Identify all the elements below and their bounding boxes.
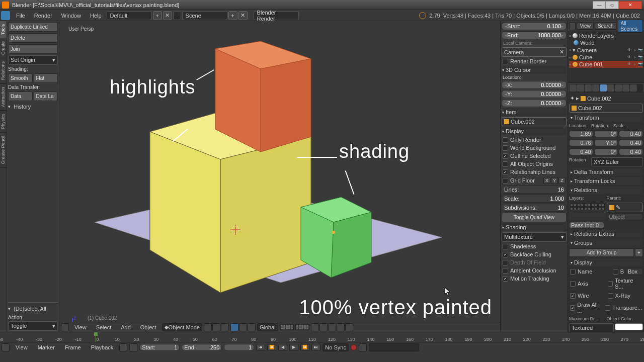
data-button[interactable]: Data bbox=[8, 92, 33, 101]
tl-preview-icon[interactable] bbox=[129, 343, 137, 351]
3d-viewport[interactable]: User Persp highlights shading 100% vert bbox=[59, 21, 500, 332]
rot-x-field[interactable]: 0° bbox=[594, 130, 618, 137]
wire-checkbox[interactable] bbox=[570, 293, 576, 299]
prop-display-header[interactable]: Display bbox=[569, 258, 643, 266]
max-drawtype-dropdown[interactable]: Textured bbox=[569, 323, 614, 332]
grid-floor-checkbox[interactable] bbox=[503, 178, 508, 184]
manipulator-scale-icon[interactable] bbox=[248, 323, 256, 331]
end-field[interactable]: ◂End:1000.000▸ bbox=[502, 31, 567, 39]
layers-widget-2[interactable] bbox=[295, 324, 309, 330]
tooltab-physics[interactable]: Physics bbox=[0, 111, 7, 133]
vp-menu-view[interactable]: View bbox=[70, 323, 91, 332]
delete-button[interactable]: Delete bbox=[8, 33, 58, 43]
outliner-type-icon[interactable] bbox=[569, 22, 576, 30]
outliner-filter-dropdown[interactable]: All Scenes bbox=[618, 20, 643, 33]
outliner-cube[interactable]: ◦ Cube👁▹📷 bbox=[569, 54, 643, 61]
xray-checkbox[interactable] bbox=[608, 293, 613, 299]
delete-scene-button[interactable]: ✕ bbox=[238, 11, 248, 20]
pass-index-field[interactable]: Pass Ind: 0 bbox=[569, 222, 604, 229]
shading-solid-icon[interactable] bbox=[204, 323, 212, 331]
axis-checkbox[interactable] bbox=[570, 281, 576, 287]
delta-transform-header[interactable]: Delta Transform bbox=[569, 168, 643, 176]
close-button[interactable]: ✕ bbox=[619, 1, 642, 9]
grid-x-toggle[interactable]: X bbox=[543, 177, 550, 184]
proptab-render[interactable] bbox=[570, 84, 577, 92]
relationship-lines-checkbox[interactable] bbox=[503, 169, 508, 175]
outliner-search-button[interactable]: Search bbox=[595, 22, 617, 30]
item-panel-header[interactable]: Item bbox=[502, 108, 567, 116]
item-name-input[interactable]: Cube.002 bbox=[502, 117, 567, 126]
display-panel-header[interactable]: Display bbox=[502, 127, 567, 135]
jump-end-button[interactable]: ⏭ bbox=[311, 344, 320, 351]
proptab-data[interactable] bbox=[622, 84, 629, 92]
minimize-button[interactable]: — bbox=[593, 1, 606, 9]
set-origin-dropdown[interactable]: Set Origin▾ bbox=[8, 55, 58, 65]
scene-browse-icon[interactable] bbox=[173, 11, 181, 20]
proptab-scene[interactable] bbox=[585, 84, 592, 92]
tl-marker[interactable]: Marker bbox=[34, 343, 59, 352]
layers-widget[interactable] bbox=[280, 324, 294, 330]
proptab-constraints[interactable] bbox=[607, 84, 614, 92]
tooltab-animation[interactable]: Animation bbox=[0, 84, 7, 111]
menu-render[interactable]: Render bbox=[30, 11, 56, 20]
cursor-z-field[interactable]: ◂Z:0.00000▸ bbox=[502, 99, 567, 107]
add-to-group-button[interactable]: Add to Group bbox=[569, 248, 634, 257]
proptab-world[interactable] bbox=[592, 84, 599, 92]
tooltab-grease[interactable]: Grease Pencil bbox=[0, 133, 7, 168]
tooltab-relations[interactable]: Relations bbox=[0, 58, 7, 84]
parent-input[interactable]: ✎ bbox=[607, 203, 643, 212]
render-anim-icon[interactable] bbox=[345, 323, 353, 331]
outliner-camera[interactable]: ◦ ▾Camera👁▹📷 bbox=[569, 46, 643, 54]
sca-y-field[interactable]: 0.40 bbox=[619, 139, 643, 146]
render-engine-dropdown[interactable]: Blender Render bbox=[254, 11, 299, 20]
delete-screen-button[interactable]: ✕ bbox=[163, 11, 172, 20]
tl-range-icon[interactable] bbox=[119, 343, 127, 351]
start-field[interactable]: ◂Start:0.100▸ bbox=[502, 22, 567, 30]
timeline-editor-icon[interactable] bbox=[2, 343, 10, 351]
outliner-view-button[interactable]: View bbox=[577, 22, 594, 30]
orientation-dropdown[interactable]: Global bbox=[257, 323, 278, 331]
keyframe-prev-button[interactable]: ⏪ bbox=[267, 344, 276, 351]
manipulator-rotate-icon[interactable] bbox=[239, 323, 247, 331]
drawtype-box-dropdown[interactable]: Box bbox=[626, 268, 643, 275]
proptab-material[interactable] bbox=[630, 84, 637, 92]
grid-y-toggle[interactable]: Y bbox=[551, 177, 558, 184]
tl-current-field[interactable]: 1 bbox=[224, 344, 254, 351]
loc-x-field[interactable]: 1.69 bbox=[569, 130, 593, 137]
rotation-mode-dropdown[interactable]: XYZ Euler bbox=[591, 157, 643, 166]
proptab-layers[interactable] bbox=[577, 84, 584, 92]
play-button[interactable]: ▶ bbox=[289, 344, 298, 351]
outline-selected-checkbox[interactable] bbox=[503, 153, 508, 159]
play-reverse-button[interactable]: ◀ bbox=[278, 344, 287, 351]
outliner-cube001[interactable]: ◦ Cube.001👁▹📷 bbox=[569, 61, 643, 68]
transform-locks-header[interactable]: Transform Locks bbox=[569, 177, 643, 185]
groups-header[interactable]: Groups bbox=[569, 239, 643, 247]
scene-dropdown[interactable]: Scene bbox=[182, 11, 227, 20]
autokey-record-button[interactable] bbox=[351, 344, 357, 350]
only-render-checkbox[interactable] bbox=[503, 137, 508, 143]
join-button[interactable]: Join bbox=[8, 44, 58, 54]
parent-type-dropdown[interactable]: Object bbox=[607, 213, 643, 220]
transparent-checkbox[interactable] bbox=[605, 305, 610, 311]
proptab-modifiers[interactable] bbox=[615, 84, 622, 92]
render-preview-icon[interactable] bbox=[337, 323, 345, 331]
draw-all-edges-checkbox[interactable] bbox=[570, 305, 575, 311]
action-toggle-dropdown[interactable]: Toggle▾ bbox=[8, 321, 58, 331]
keying-set-dropdown[interactable] bbox=[369, 343, 419, 351]
shading-flat-button[interactable]: Flat bbox=[34, 73, 58, 83]
sync-dropdown[interactable]: No Sync bbox=[323, 343, 349, 351]
jump-start-button[interactable]: ⏮ bbox=[256, 344, 265, 351]
camera-input[interactable]: Camera✕ bbox=[502, 47, 567, 57]
shading-pivot-icon[interactable] bbox=[212, 323, 220, 331]
outliner-renderlayers[interactable]: ◦ RenderLayers bbox=[569, 32, 643, 39]
menu-help[interactable]: Help bbox=[86, 11, 106, 20]
shading-panel-header[interactable]: Shading bbox=[502, 223, 567, 231]
cursor-panel-header[interactable]: 3D Cursor bbox=[502, 66, 567, 74]
proptab-object[interactable] bbox=[600, 84, 607, 92]
shadeless-checkbox[interactable] bbox=[503, 244, 508, 249]
mode-dropdown[interactable]: ◆ Object Mode bbox=[162, 323, 202, 331]
ao-checkbox[interactable] bbox=[503, 268, 508, 274]
relations-header[interactable]: Relations bbox=[569, 186, 643, 194]
all-origins-checkbox[interactable] bbox=[503, 161, 508, 167]
manipulator-translate-icon[interactable] bbox=[230, 323, 238, 331]
